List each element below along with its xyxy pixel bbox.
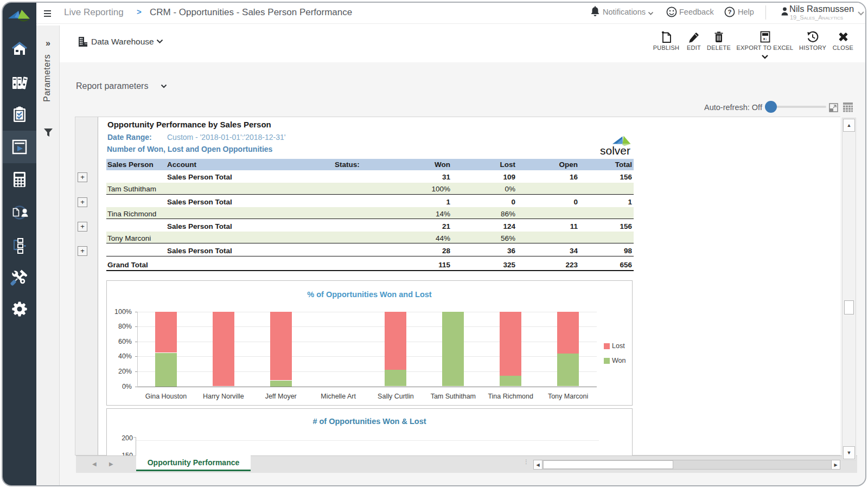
svg-text:x↓: x↓: [763, 36, 767, 41]
svg-text:?: ?: [727, 9, 731, 15]
svg-text:solver: solver: [600, 144, 630, 156]
